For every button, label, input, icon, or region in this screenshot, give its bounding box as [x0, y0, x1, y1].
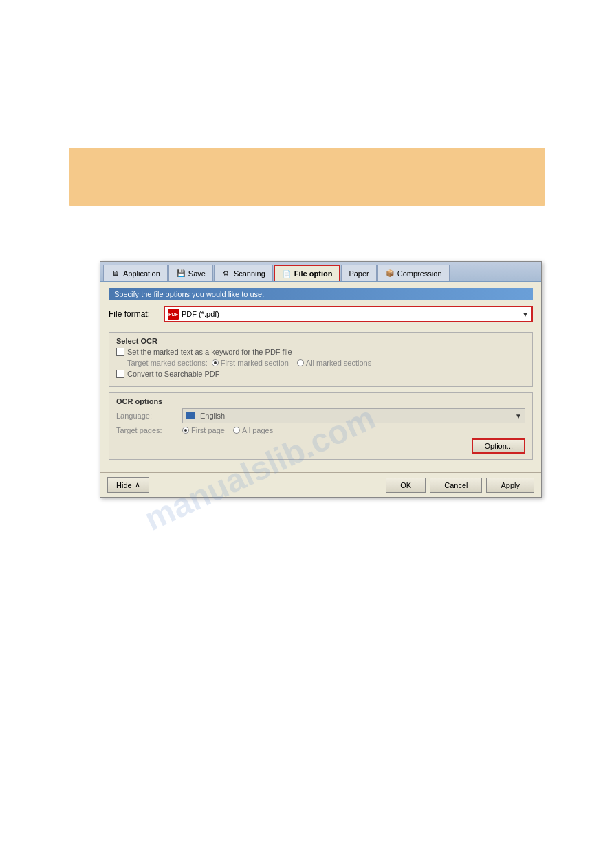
target-pages-label: Target pages: — [116, 426, 178, 434]
all-marked-radio-label: All marked sections — [306, 359, 371, 367]
ok-button[interactable]: OK — [386, 478, 426, 493]
scanning-icon: ⚙ — [221, 269, 231, 278]
top-divider — [41, 47, 573, 47]
all-pages-radio-btn[interactable] — [233, 427, 240, 434]
tab-compression-label: Compression — [397, 269, 442, 278]
language-select[interactable]: English ▼ — [182, 408, 525, 423]
keyword-checkbox-row: Set the marked text as a keyword for the… — [116, 348, 525, 356]
tab-compression[interactable]: 📦 Compression — [377, 265, 450, 281]
ocr-options-group: OCR options Language: English ▼ Target p… — [109, 392, 533, 460]
tab-paper-label: Paper — [349, 269, 369, 278]
cancel-button[interactable]: Cancel — [430, 478, 482, 493]
pdf-icon: PDF — [168, 309, 179, 320]
all-pages-radio-label: All pages — [242, 426, 273, 434]
searchable-pdf-checkbox-row: Convert to Searchable PDF — [116, 370, 525, 378]
banner — [69, 148, 545, 206]
tab-scanning-label: Scanning — [234, 269, 265, 278]
language-label: Language: — [116, 412, 178, 420]
select-ocr-title: Select OCR — [116, 337, 525, 345]
option-button[interactable]: Option... — [472, 438, 525, 454]
application-icon: 🖥 — [111, 269, 120, 278]
option-button-row: Option... — [116, 438, 525, 454]
bottom-bar: Hide ∧ OK Cancel Apply — [100, 472, 541, 497]
action-buttons: OK Cancel Apply — [386, 478, 534, 493]
section-header: Specify the file options you would like … — [109, 288, 533, 300]
tab-application[interactable]: 🖥 Application — [103, 265, 168, 281]
tab-save[interactable]: 💾 Save — [168, 265, 213, 281]
keyword-checkbox-label: Set the marked text as a keyword for the… — [127, 348, 292, 356]
target-marked-row: Target marked sections: First marked sec… — [127, 359, 525, 367]
hide-button[interactable]: Hide ∧ — [107, 477, 149, 493]
first-marked-radio-label: First marked section — [221, 359, 289, 367]
file-format-row: File format: PDF PDF (*.pdf) ▼ — [109, 306, 533, 322]
dialog-window: 🖥 Application 💾 Save ⚙ Scanning 📄 File o… — [100, 261, 542, 498]
searchable-pdf-label: Convert to Searchable PDF — [127, 370, 220, 378]
all-marked-radio-btn[interactable] — [297, 359, 304, 366]
language-row: Language: English ▼ — [116, 408, 525, 423]
dialog-content: Specify the file options you would like … — [100, 282, 541, 472]
first-page-radio[interactable]: First page — [182, 426, 225, 434]
file-option-icon: 📄 — [282, 269, 292, 278]
lang-select-content: English — [186, 412, 225, 420]
select-ocr-group: Select OCR Set the marked text as a keyw… — [109, 332, 533, 387]
first-page-radio-label: First page — [191, 426, 225, 434]
tab-file-option-label: File option — [294, 269, 333, 278]
apply-button[interactable]: Apply — [486, 478, 534, 493]
searchable-pdf-checkbox[interactable] — [116, 370, 124, 378]
file-format-select[interactable]: PDF PDF (*.pdf) ▼ — [164, 306, 533, 322]
hide-label: Hide — [116, 481, 132, 489]
lang-dropdown-arrow-icon: ▼ — [515, 412, 522, 420]
tab-save-label: Save — [188, 269, 206, 278]
tab-bar: 🖥 Application 💾 Save ⚙ Scanning 📄 File o… — [100, 262, 541, 282]
target-pages-radio-group: First page All pages — [182, 426, 273, 434]
tab-file-option[interactable]: 📄 File option — [274, 265, 341, 281]
all-pages-radio[interactable]: All pages — [233, 426, 273, 434]
tab-scanning[interactable]: ⚙ Scanning — [214, 265, 273, 281]
dropdown-arrow-icon: ▼ — [522, 311, 529, 318]
target-marked-label: Target marked sections: — [127, 359, 208, 367]
keyword-checkbox[interactable] — [116, 348, 124, 356]
lang-flag-icon — [186, 412, 195, 419]
select-content: PDF PDF (*.pdf) — [168, 309, 219, 320]
hide-arrow-icon: ∧ — [135, 480, 140, 489]
file-format-value: PDF (*.pdf) — [182, 310, 219, 318]
save-icon: 💾 — [176, 269, 186, 278]
language-value: English — [200, 412, 225, 420]
ocr-options-title: OCR options — [116, 397, 525, 405]
all-marked-radio[interactable]: All marked sections — [297, 359, 371, 367]
file-format-label: File format: — [109, 309, 158, 319]
target-radio-group: First marked section All marked sections — [212, 359, 371, 367]
first-marked-radio[interactable]: First marked section — [212, 359, 289, 367]
target-pages-row: Target pages: First page All pages — [116, 426, 525, 434]
tab-application-label: Application — [123, 269, 160, 278]
first-page-radio-btn[interactable] — [182, 427, 189, 434]
compression-icon: 📦 — [385, 269, 395, 278]
tab-paper[interactable]: Paper — [341, 265, 376, 281]
first-marked-radio-btn[interactable] — [212, 359, 219, 366]
